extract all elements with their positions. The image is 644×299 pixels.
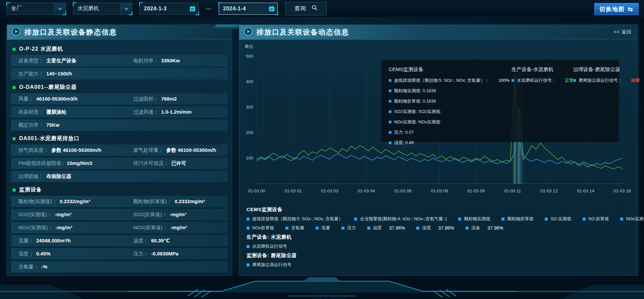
- blue-square-marker: [389, 141, 391, 144]
- legend-item[interactable]: 颗粒物折算值: [501, 216, 533, 222]
- tooltip-column: 生产设备-水泥磨机水泥磨机运行信号：正常: [512, 66, 565, 135]
- info-value: 46100-55300m3/h: [36, 96, 77, 102]
- blue-square-marker: [501, 218, 504, 221]
- tooltip-item-label: 颗粒物实测值: 0.1835: [394, 88, 436, 94]
- tooltip-item: SO2实测值: SO2实测值:: [389, 109, 503, 115]
- x-axis-tick-label: 01-03 11: [504, 188, 521, 193]
- info-value: 768m2: [161, 96, 177, 102]
- tooltip-item: 湿度: 0.49: [389, 140, 503, 146]
- legend-item[interactable]: NOx实测值: [620, 216, 644, 222]
- info-cell: 风量：46100-55300m3/h: [11, 96, 126, 102]
- info-label: 含氧量：: [18, 264, 39, 270]
- static-info-list: O-P-22 水泥磨机设备类型：主要生产设备电机功率：3350Kw生产能力：14…: [7, 40, 232, 273]
- device-select[interactable]: 水泥磨机: [73, 3, 132, 15]
- x-axis-tick-label: 01-03 08: [431, 188, 448, 193]
- y-axis-tick-label: 100: [246, 156, 253, 161]
- legend-item[interactable]: SO:折算值: [583, 216, 609, 222]
- legend-item[interactable]: 超低排放限值（颗拉物:5: SOz-; NOx; 含氧量）: [247, 216, 343, 222]
- section-title-text: O-P-22 水泥磨机: [19, 46, 63, 53]
- info-value: -%: [41, 264, 47, 270]
- date-to-input[interactable]: 2024-1-4: [219, 3, 278, 15]
- date-from-input[interactable]: 2024-1-3: [140, 3, 199, 15]
- section-title-text: 监测设备: [19, 186, 42, 193]
- tooltip-item: 超低排放限值（颗拉物:5: SOz-; NOx; 含氧量）：100%: [389, 77, 503, 83]
- info-cell: 排污许可状况：已许可: [126, 160, 228, 167]
- tooltip-item-label: SO2实测值: SO2实测值:: [394, 109, 441, 115]
- x-axis-tick-label: 01-03 01: [284, 188, 302, 193]
- legend-item-value: 37.96%: [438, 225, 454, 231]
- info-value: 0.2332mg/m³: [174, 198, 205, 204]
- legend-item[interactable]: SO:实测值: [545, 216, 571, 222]
- info-row: 生产能力：140~150t/h: [11, 68, 228, 79]
- legend-item-label: 压力: [347, 225, 356, 231]
- legend-item[interactable]: 磨尾除尘器运行信号: [247, 262, 291, 268]
- tooltip-item: 水泥磨机运行信号：正常: [512, 77, 565, 83]
- info-value: 10mg/Nm3: [67, 160, 92, 166]
- y-axis-tick-label: 200: [246, 130, 253, 135]
- legend-item-label: 流速: [471, 225, 480, 231]
- query-button[interactable]: 查询: [285, 2, 327, 15]
- legend-item[interactable]: 水泥磨机运行信号: [247, 243, 287, 249]
- blue-square-marker: [389, 79, 391, 82]
- info-label: SO2(实测值)：: [18, 212, 52, 218]
- blue-square-marker: [389, 110, 391, 113]
- cems-line-chart[interactable]: 单位 01-03 0001-03 0101-03 0301-03 0401-03…: [239, 40, 638, 203]
- info-cell: 过滤面积：768m2: [126, 96, 228, 102]
- info-cell: NOX(折算值)：-mg/m³: [126, 225, 228, 231]
- blue-square-marker: [458, 218, 461, 221]
- legend-item[interactable]: 企业预警值(颗粒物:4; sOz-; NOx-;含氧气量:-): [354, 216, 447, 222]
- static-panel-header: 排放口及关联设备静态信息: [7, 25, 232, 40]
- info-cell: SO2(折算值)：-mg/m³: [126, 212, 228, 218]
- tooltip-item: 磨尾除尘器运行信号：故障: [573, 77, 640, 83]
- legend-item-label: 温度: [373, 225, 382, 231]
- legend-item[interactable]: 湿度37.96%: [416, 225, 454, 231]
- info-value: 参数 46100-55300m/h: [166, 147, 216, 154]
- status-badge: 故障: [631, 77, 640, 83]
- info-cell: SO2(实测值)：-mg/m³: [11, 212, 126, 218]
- bottom-tech-decoration: [0, 276, 644, 299]
- legend-item[interactable]: 温度37.96%: [367, 225, 405, 231]
- info-cell: 湿度：0.45%: [11, 251, 126, 257]
- calendar-icon: [187, 3, 198, 14]
- info-label: 额定功率：: [18, 122, 44, 128]
- legend-item[interactable]: 颗粒物实测值: [458, 216, 490, 222]
- plant-select[interactable]: 全厂: [7, 3, 66, 15]
- legend-item[interactable]: NOx折算值: [247, 225, 274, 231]
- legend-group-title: 生产设备: 水泥磨机: [247, 234, 630, 240]
- switch-map-button[interactable]: 切换地图 ⇆: [594, 3, 639, 15]
- blue-square-marker: [545, 218, 548, 221]
- info-label: 布袋材质：: [18, 109, 44, 115]
- dynamic-panel-header: 排放口及关联设备动态信息 << 返回: [239, 25, 638, 40]
- info-label: 流量：: [18, 238, 34, 244]
- info-cell: 废气处理量：参数 46100-55300m/h: [126, 147, 228, 154]
- blue-square-marker: [247, 227, 250, 230]
- legend-row: 超低排放限值（颗拉物:5: SOz-; NOx; 含氧量）企业预警值(颗粒物:4…: [247, 216, 630, 222]
- chevron-down-icon: [120, 3, 132, 14]
- legend-item-value: 37.96%: [487, 225, 503, 231]
- legend-item[interactable]: 含氧量: [285, 225, 304, 231]
- legend-item[interactable]: 压力: [341, 225, 356, 231]
- info-value: 参数 46100-55300m/h: [51, 147, 101, 154]
- info-label: 排气筒高度：: [18, 147, 49, 154]
- blue-square-marker: [573, 79, 576, 82]
- date-range-separator: —: [206, 6, 211, 12]
- legend-group-title: CEMS监测设备: [247, 206, 630, 213]
- back-link[interactable]: << 返回: [614, 29, 632, 35]
- info-value: -mg/m³: [56, 225, 72, 230]
- swap-arrows-icon: ⇆: [628, 5, 634, 13]
- status-badge: 正常: [565, 77, 574, 83]
- info-value: -mg/m³: [170, 225, 187, 230]
- blue-square-marker: [247, 245, 250, 248]
- info-cell: 布袋材质：覆膜涤纶: [11, 109, 126, 115]
- plant-select-value: 全厂: [7, 5, 54, 12]
- blue-square-marker: [316, 227, 319, 230]
- calendar-icon: [266, 3, 277, 14]
- legend-item[interactable]: 流量: [316, 225, 330, 231]
- legend-item[interactable]: 流速37.96%: [466, 225, 503, 231]
- blue-square-marker: [389, 89, 391, 92]
- info-label: NOX(实测值)：: [18, 225, 53, 231]
- blue-square-marker: [247, 263, 250, 266]
- info-label: 废气处理量：: [133, 147, 163, 154]
- info-cell: 颗粒物(折算值)：0.2332mg/m³: [126, 198, 228, 205]
- dynamic-info-panel: 排放口及关联设备动态信息 << 返回 单位 01-03 0001-03 0101…: [239, 24, 638, 276]
